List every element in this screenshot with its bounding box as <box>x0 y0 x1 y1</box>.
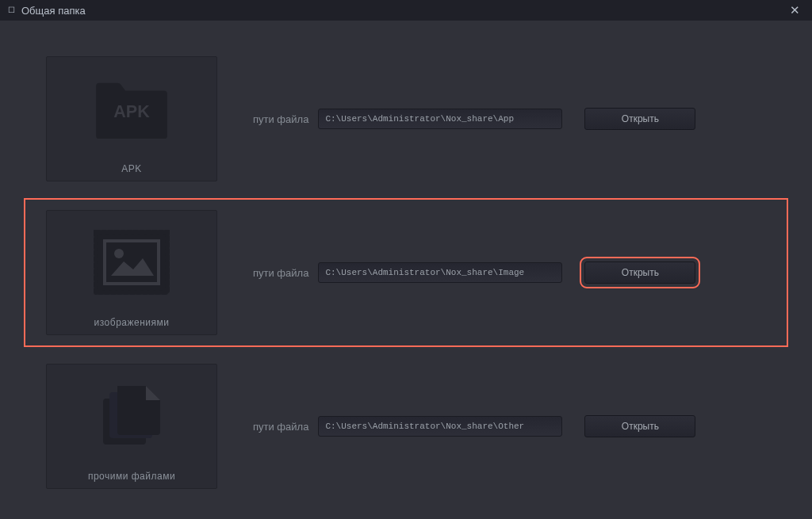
path-value-images: C:\Users\Administrator\Nox_share\Image <box>325 268 524 277</box>
path-value-apk: C:\Users\Administrator\Nox_share\App <box>325 114 514 124</box>
svg-point-3 <box>114 249 124 258</box>
open-button-other[interactable]: Открыть <box>584 415 695 437</box>
path-label-apk: пути файла <box>253 113 308 125</box>
open-button-label: Открыть <box>622 113 659 124</box>
path-value-other: C:\Users\Administrator\Nox_share\Other <box>325 422 524 431</box>
open-button-label: Открыть <box>622 267 659 278</box>
card-other[interactable]: прочими файлами <box>46 364 217 489</box>
row-apk: APK APK пути файла C:\Users\Administrato… <box>0 44 812 193</box>
window-icon: ☐ <box>8 6 15 14</box>
open-button-label: Открыть <box>622 421 659 432</box>
path-label-other: пути файла <box>253 421 308 433</box>
row-other: прочими файлами пути файла C:\Users\Admi… <box>0 352 812 501</box>
card-apk[interactable]: APK APK <box>46 56 217 181</box>
titlebar: ☐ Общая папка ✕ <box>0 0 812 21</box>
path-input-other[interactable]: C:\Users\Administrator\Nox_share\Other <box>318 416 562 437</box>
path-label-images: пути файла <box>253 267 308 279</box>
svg-text:APK: APK <box>113 102 150 121</box>
path-input-apk[interactable]: C:\Users\Administrator\Nox_share\App <box>318 109 562 129</box>
apk-folder-icon: APK <box>47 57 216 160</box>
window-title: Общая папка <box>21 5 86 17</box>
row-images: изображениями пути файла C:\Users\Admini… <box>24 198 788 347</box>
path-input-images[interactable]: C:\Users\Administrator\Nox_share\Image <box>318 262 562 283</box>
open-button-images[interactable]: Открыть <box>584 261 695 284</box>
card-label-apk: APK <box>121 160 142 176</box>
image-stamp-icon <box>47 211 216 314</box>
close-icon[interactable]: ✕ <box>790 4 800 16</box>
open-button-apk[interactable]: Открыть <box>584 108 695 130</box>
files-stack-icon <box>47 364 216 467</box>
content-area: APK APK пути файла C:\Users\Administrato… <box>0 21 812 519</box>
card-images[interactable]: изображениями <box>46 210 217 335</box>
card-label-other: прочими файлами <box>88 467 175 483</box>
card-label-images: изображениями <box>94 314 170 330</box>
